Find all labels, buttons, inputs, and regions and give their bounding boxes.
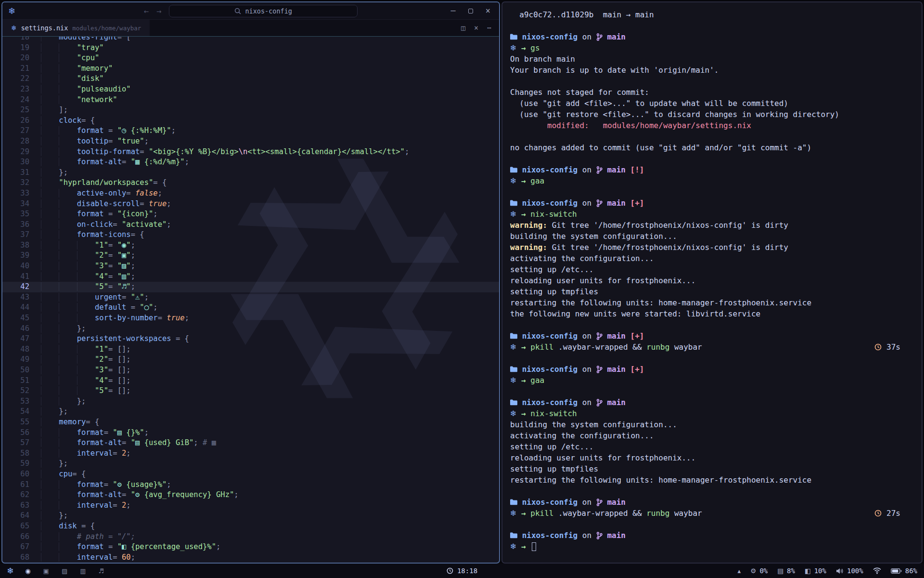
workspace-icon-1[interactable]: ◉ — [25, 567, 30, 575]
cpu-icon: ⚙ — [750, 567, 756, 575]
code-token: ; — [131, 262, 135, 270]
code-text: persistent-workspaces = { — [29, 334, 189, 344]
nixos-prompt-icon: ❄ — [510, 209, 516, 220]
memory-module[interactable]: ▤8% — [777, 567, 795, 575]
indent-guides — [41, 126, 77, 135]
tab-filename: settings.nix — [21, 24, 68, 32]
indent-guides — [41, 241, 95, 250]
code-token: = — [140, 147, 149, 156]
code-token: = — [158, 314, 167, 322]
workspace-icon-5[interactable]: ♬ — [98, 567, 104, 575]
line-number: 37 — [2, 230, 29, 240]
code-token: = []; — [108, 345, 131, 354]
code-text: format = "◷ {:%H:%M}"; — [29, 126, 176, 136]
code-text: "tray" — [29, 43, 104, 53]
output-text: setting up tmpfiles — [510, 463, 598, 474]
code-line: 55 memory= { — [2, 417, 499, 428]
code-token: active-only — [77, 189, 127, 197]
terminal-line: activating the configuration... — [510, 430, 913, 441]
code-line: 30 format-alt= "▦ {:%d/%m}"; — [2, 157, 499, 168]
terminal-cursor[interactable] — [532, 542, 536, 551]
branch-name: main — [603, 530, 626, 541]
terminal-line: ❄ → gaa — [510, 375, 913, 386]
volume-module[interactable]: 100% — [836, 567, 863, 575]
line-number: 21 — [2, 64, 29, 74]
command-duration: 27s — [874, 508, 913, 519]
terminal-text: on — [578, 530, 596, 541]
terminal-line: ❄ → nix-switch — [510, 209, 913, 220]
nixos-prompt-icon: ❄ — [510, 175, 516, 186]
terminal-window[interactable]: a9c0c72..d11029b main → main nixos-confi… — [501, 1, 923, 564]
nixos-menu-icon[interactable]: ❄ — [7, 566, 13, 576]
output-text: modified: modules/home/waybar/settings.n… — [510, 120, 751, 131]
indent-guides — [41, 74, 77, 83]
branch-name: main — [603, 397, 626, 408]
tab-filepath: modules/home/waybar — [72, 25, 141, 32]
nix-file-icon: ❄ — [11, 24, 17, 32]
code-text: disk = { — [29, 521, 95, 532]
line-number: 55 — [2, 417, 29, 428]
split-editor-icon[interactable]: ◫ — [461, 24, 465, 32]
code-text: }; — [29, 511, 68, 521]
indent-guides — [41, 43, 77, 52]
code-line: 65 disk = { — [2, 521, 499, 532]
cpu-value: 0% — [759, 567, 768, 575]
code-token: 2 — [122, 501, 126, 510]
line-number: 56 — [2, 428, 29, 438]
tray-expander-icon[interactable]: ▴ — [738, 567, 741, 575]
terminal-line — [510, 153, 913, 164]
workspace-icon-3[interactable]: ▨ — [62, 567, 67, 575]
code-editor[interactable]: 18 modules-right= [19 "tray"20 "cpu"21 "… — [2, 37, 499, 563]
code-token: format-alt — [77, 490, 122, 499]
output-text: reloading user units for frostphoenix... — [510, 275, 695, 286]
indent-guides — [41, 480, 77, 489]
code-token: "hyprland/workspaces" — [59, 178, 153, 187]
terminal-line — [510, 319, 913, 330]
line-number: 62 — [2, 490, 29, 500]
code-token: 60 — [122, 553, 131, 562]
code-line: 29 tooltip-format= "<big>{:%Y %B}</big>\… — [2, 147, 499, 158]
editor-window: ❄ ← → nixos-config – × — [1, 1, 500, 564]
terminal-line: ❄ → — [510, 541, 913, 552]
code-line: 46 }; — [2, 324, 499, 334]
line-number: 18 — [2, 37, 29, 43]
code-line: 40 "3"= "▨"; — [2, 261, 499, 272]
output-text: Git tree '/home/frostphoenix/nixos-confi… — [547, 242, 788, 253]
network-module[interactable] — [873, 567, 881, 574]
cpu-module[interactable]: ⚙0% — [750, 567, 768, 575]
line-number: 25 — [2, 105, 29, 116]
code-line: 18 modules-right= [ — [2, 37, 499, 43]
indent-guides — [41, 553, 77, 562]
nixos-prompt-icon: ❄ — [510, 342, 516, 353]
indent-guides — [41, 199, 77, 208]
minimize-button[interactable]: – — [451, 7, 456, 15]
git-status-flag: [+] — [626, 330, 644, 342]
clock-module[interactable]: 18:18 — [447, 567, 477, 575]
editor-titlebar[interactable]: ❄ ← → nixos-config – × — [2, 2, 499, 20]
nav-back-icon[interactable]: ← — [144, 6, 149, 16]
code-token: "1" — [95, 241, 108, 250]
more-actions-icon[interactable]: ⋯ — [487, 24, 491, 32]
nav-forward-icon[interactable]: → — [156, 6, 161, 16]
maximize-button[interactable] — [468, 9, 473, 13]
code-token: = — [113, 220, 122, 229]
code-token: = { — [171, 334, 189, 343]
disk-module[interactable]: ◧10% — [805, 567, 826, 575]
git-branch-icon — [596, 499, 603, 506]
workspace-icon-4[interactable]: ▥ — [80, 567, 86, 575]
code-line: 26 clock= { — [2, 116, 499, 126]
battery-module[interactable]: 86% — [891, 567, 917, 575]
folder-icon — [510, 399, 517, 406]
indent-guides — [41, 438, 77, 447]
close-editor-icon[interactable]: × — [474, 24, 478, 32]
nixos-prompt-icon: ❄ — [510, 508, 516, 519]
code-line: 42 "5"= "♬"; — [2, 282, 499, 292]
close-button[interactable]: × — [486, 7, 490, 15]
command-center-search[interactable]: nixos-config — [169, 5, 358, 17]
output-text: no changes added to commit (use "git add… — [510, 142, 811, 153]
workspace-icon-2[interactable]: ▣ — [43, 567, 49, 575]
code-token: ◧ — [122, 542, 126, 551]
code-line: 68 interval= 60; — [2, 552, 499, 563]
code-text: cpu= { — [29, 469, 86, 480]
tab-settings-nix[interactable]: ❄ settings.nix modules/home/waybar — [2, 20, 150, 36]
